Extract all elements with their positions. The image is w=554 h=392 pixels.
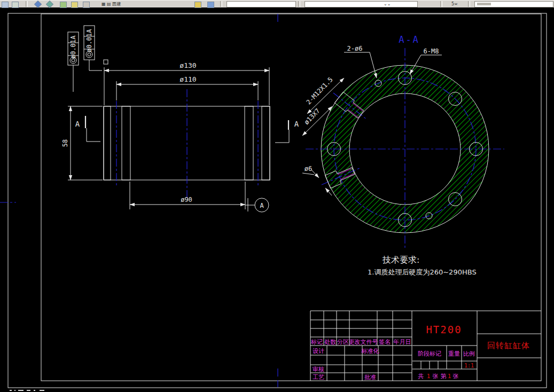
svg-text:第: 第 [441,373,447,380]
tech-requirements: 技术要求: 1.调质处理后硬度为260~290HBS [368,255,477,276]
svg-text:ø90: ø90 [181,196,192,203]
dim-58: 58 [61,106,103,180]
dim-d130: ø130 [104,61,269,105]
scale-label: 比例 [463,350,475,357]
leader-square [104,60,108,64]
svg-text:分区: 分区 [337,339,349,346]
weight-label: 重量 [448,350,460,357]
d6-holes [375,80,432,219]
svg-text:ø13X7: ø13X7 [303,107,322,126]
toolbar-separator [468,1,470,7]
datum-label: A [260,202,264,209]
svg-text:58: 58 [61,139,69,147]
tech-req-item: 1.调质处理后硬度为260~290HBS [368,268,477,276]
design-label: 设计 [313,348,324,355]
standardize-label: 标准化 [361,348,379,355]
section-view: A-A 2-ø6 6-M8 2-M12X1.5 ø13X7 ø6 [302,34,504,250]
svg-text:A: A [294,120,299,128]
title-block-text: 标记 处数 分区 更改文件号 签名 年月日 设计 标准化 审核 工艺 批准 HT… [310,324,530,381]
gdt1-tolerance: ø0.01 [69,40,77,59]
stage-mark-label: 阶段标记 [418,350,441,357]
sheet-count: 共 1 张 第 1 张 [418,373,459,380]
svg-text:处数: 处数 [324,339,336,346]
svg-text:ø6: ø6 [305,165,312,173]
app-toolbar: ▦ ▤ 囲建 ⌄⌄ 5≍ [0,0,554,7]
section-mark-right: A [275,120,299,143]
process-label: 工艺 [313,374,324,381]
svg-text:更改文件号: 更改文件号 [349,339,378,346]
check-label: 审核 [313,366,324,373]
cad-canvas[interactable]: ø130 ø110 ø90 A 58 A [0,7,554,392]
tech-req-title: 技术要求: [382,255,419,265]
svg-text:2-ø6: 2-ø6 [347,45,363,52]
approve-label: 批准 [364,374,376,381]
gdt-frame-1: A ø0.01 [68,32,79,92]
gdt2-tolerance: ø0.01 [85,33,93,52]
part-name: 回转缸缸体 [487,341,530,350]
material-value: HT200 [426,324,462,335]
svg-text:张: 张 [433,373,439,380]
hatch-wall-left-outer [104,106,111,180]
linetype-glyph: 5≍ [451,2,465,6]
dim-d90: ø90 A [130,182,269,212]
front-view: ø130 ø110 ø90 A 58 A [61,26,299,212]
toolbar-separator [440,1,442,7]
hatch-wall-left-inner [122,106,130,180]
section-title: A-A [399,34,420,45]
toolbar-separator [298,1,300,7]
toolbar-caption-fragment: ▦ ▤ 囲建 [102,2,160,6]
hatch-wall-right-inner [245,106,253,180]
svg-text:1: 1 [427,373,431,380]
toolbar-glyph-fragment: ⌄⌄ [384,2,405,6]
gdt-frame-2: A ø0.01 [84,26,102,70]
gdt2-datum: A [85,29,93,33]
toolbar-separator [26,1,28,7]
svg-text:A: A [75,120,80,128]
svg-text:6-M8: 6-M8 [424,48,439,55]
svg-text:标记: 标记 [310,339,323,346]
svg-text:张: 张 [453,373,459,380]
scale-value: 1:1 [464,363,474,369]
toolbar-separator [220,1,222,7]
svg-text:共: 共 [418,373,424,380]
hatch-wall-right-outer [262,106,270,180]
svg-text:签名: 签名 [379,339,391,346]
svg-text:ø130: ø130 [180,61,196,69]
gdt1-datum: A [69,35,77,40]
svg-text:ø110: ø110 [180,75,196,83]
svg-text:1: 1 [448,373,451,380]
svg-text:年月日: 年月日 [393,339,411,346]
section-mark-left: A [75,116,100,142]
